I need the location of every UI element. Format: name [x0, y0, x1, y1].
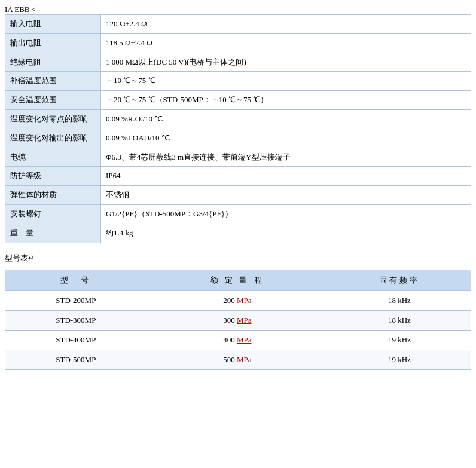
model-row: STD-300MP300 MPa18 kHz	[5, 310, 471, 330]
model-name: STD-400MP	[5, 330, 147, 350]
spec-value: Φ6.3、带4芯屏蔽线3 m直接连接、带前端Y型压接端子	[101, 148, 471, 167]
spec-label: 温度变化对输出的影响	[5, 129, 101, 148]
model-table-header: 型 号	[5, 270, 147, 290]
model-freq: 18 kHz	[328, 310, 471, 330]
spec-value: IP64	[101, 167, 471, 186]
model-table-header: 额 定 量 程	[147, 270, 328, 290]
spec-label: 安全温度范围	[5, 91, 101, 110]
spec-label: 输入电阻	[5, 15, 101, 34]
spec-row: 绝缘电阻1 000 MΩ以上(DC 50 V)(电桥与主体之间)	[5, 53, 471, 72]
model-range: 200 MPa	[147, 290, 328, 310]
model-range: 400 MPa	[147, 330, 328, 350]
model-row: STD-500MP500 MPa19 kHz	[5, 350, 471, 369]
spec-row: 温度变化对零点的影响0.09 %R.O./10 ℃	[5, 109, 471, 129]
model-name: STD-200MP	[5, 290, 147, 310]
model-row: STD-200MP200 MPa18 kHz	[5, 290, 471, 310]
mpa-unit: MPa	[237, 355, 252, 364]
spec-label: 安装螺钉	[5, 204, 101, 224]
model-name: STD-300MP	[5, 310, 147, 330]
spec-label: 重 量	[5, 224, 101, 243]
spec-value: 不锈钢	[101, 186, 471, 205]
spec-row: 重 量约1.4 kg	[5, 224, 471, 243]
spec-label: 温度变化对零点的影响	[5, 109, 101, 129]
mpa-unit: MPa	[237, 335, 252, 344]
top-nav[interactable]: IA EBB <	[5, 5, 471, 14]
spec-label: 输出电阻	[5, 33, 101, 53]
spec-value: G1/2{PF}（STD-500MP：G3/4{PF}）	[101, 204, 471, 224]
spec-value: －20 ℃～75 ℃（STD-500MP：－10 ℃～75 ℃）	[101, 91, 471, 110]
spec-value: 0.09 %R.O./10 ℃	[101, 109, 471, 129]
nav-text: IA EBB <	[5, 5, 36, 14]
spec-value: 约1.4 kg	[101, 224, 471, 243]
model-range: 500 MPa	[147, 350, 328, 369]
spec-value: －10 ℃～75 ℃	[101, 72, 471, 91]
model-table: 型 号额 定 量 程固有频率 STD-200MP200 MPa18 kHzSTD…	[5, 270, 471, 370]
spec-row: 弹性体的材质不锈钢	[5, 186, 471, 205]
model-freq: 19 kHz	[328, 330, 471, 350]
spec-value: 120 Ω±2.4 Ω	[101, 15, 471, 34]
model-table-header: 固有频率	[328, 270, 471, 290]
spec-row: 防护等级IP64	[5, 167, 471, 186]
spec-row: 电缆Φ6.3、带4芯屏蔽线3 m直接连接、带前端Y型压接端子	[5, 148, 471, 167]
spec-table: 输入电阻120 Ω±2.4 Ω输出电阻118.5 Ω±2.4 Ω绝缘电阻1 00…	[5, 14, 471, 243]
model-range: 300 MPa	[147, 310, 328, 330]
spec-label: 补偿温度范围	[5, 72, 101, 91]
spec-row: 补偿温度范围－10 ℃～75 ℃	[5, 72, 471, 91]
model-freq: 19 kHz	[328, 350, 471, 369]
spec-value: 1 000 MΩ以上(DC 50 V)(电桥与主体之间)	[101, 53, 471, 72]
spec-row: 安全温度范围－20 ℃～75 ℃（STD-500MP：－10 ℃～75 ℃）	[5, 91, 471, 110]
mpa-unit: MPa	[237, 296, 252, 305]
spec-row: 温度变化对输出的影响0.09 %LOAD/10 ℃	[5, 129, 471, 148]
spec-label: 防护等级	[5, 167, 101, 186]
spec-label: 弹性体的材质	[5, 186, 101, 205]
spec-value: 0.09 %LOAD/10 ℃	[101, 129, 471, 148]
model-freq: 18 kHz	[328, 290, 471, 310]
spec-value: 118.5 Ω±2.4 Ω	[101, 33, 471, 53]
spec-label: 电缆	[5, 148, 101, 167]
model-name: STD-500MP	[5, 350, 147, 369]
spec-row: 安装螺钉G1/2{PF}（STD-500MP：G3/4{PF}）	[5, 204, 471, 224]
model-row: STD-400MP400 MPa19 kHz	[5, 330, 471, 350]
spec-row: 输入电阻120 Ω±2.4 Ω	[5, 15, 471, 34]
section-title: 型号表↵	[5, 253, 471, 264]
spec-label: 绝缘电阻	[5, 53, 101, 72]
spec-row: 输出电阻118.5 Ω±2.4 Ω	[5, 33, 471, 53]
mpa-unit: MPa	[237, 316, 252, 325]
